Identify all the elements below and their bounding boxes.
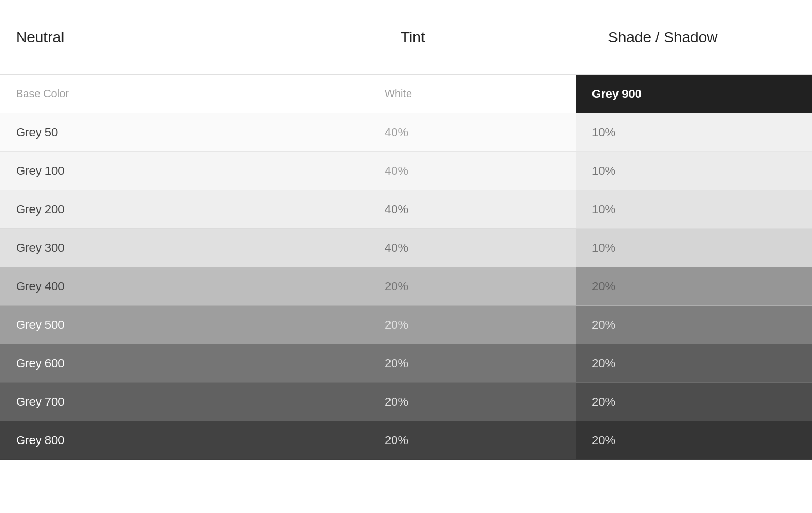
- table-row: Grey 500 20% 20%: [0, 306, 812, 344]
- page-header: Neutral Tint Shade / Shadow: [0, 0, 812, 75]
- base-shade-label: Grey 900: [576, 75, 812, 113]
- tint-value: 20%: [369, 267, 576, 305]
- shade-value: 20%: [576, 421, 812, 459]
- shade-value: 20%: [576, 306, 812, 344]
- base-neutral-label: Base Color: [0, 88, 369, 100]
- table-row: Grey 50 40% 10%: [0, 113, 812, 152]
- shade-value: 20%: [576, 383, 812, 421]
- shade-value: 20%: [576, 267, 812, 305]
- base-tint-label: White: [369, 88, 576, 100]
- table-row: Grey 700 20% 20%: [0, 383, 812, 421]
- header-shade: Shade / Shadow: [592, 29, 796, 46]
- shade-value: 10%: [576, 152, 812, 190]
- table-row: Grey 400 20% 20%: [0, 267, 812, 306]
- neutral-label: Grey 50: [0, 113, 369, 151]
- tint-value: 20%: [369, 344, 576, 382]
- table-row: Grey 800 20% 20%: [0, 421, 812, 460]
- tint-value: 40%: [369, 190, 576, 228]
- neutral-label: Grey 400: [0, 267, 369, 305]
- neutral-label: Grey 200: [0, 190, 369, 228]
- table-row: Grey 300 40% 10%: [0, 229, 812, 267]
- tint-value: 20%: [369, 383, 576, 421]
- base-color-row: Base Color White Grey 900: [0, 75, 812, 113]
- neutral-label: Grey 500: [0, 306, 369, 344]
- tint-value: 20%: [369, 306, 576, 344]
- tint-value: 20%: [369, 421, 576, 459]
- tint-value: 40%: [369, 113, 576, 151]
- table-row: Grey 600 20% 20%: [0, 344, 812, 383]
- table-row: Grey 100 40% 10%: [0, 152, 812, 190]
- neutral-label: Grey 300: [0, 229, 369, 267]
- table-row: Grey 200 40% 10%: [0, 190, 812, 229]
- shade-value: 10%: [576, 190, 812, 228]
- shade-value: 10%: [576, 113, 812, 151]
- neutral-label: Grey 700: [0, 383, 369, 421]
- neutral-label: Grey 100: [0, 152, 369, 190]
- header-neutral: Neutral: [16, 29, 385, 46]
- color-table: Base Color White Grey 900 Grey 50 40% 10…: [0, 75, 812, 460]
- shade-value: 20%: [576, 344, 812, 382]
- neutral-label: Grey 600: [0, 344, 369, 382]
- header-tint: Tint: [385, 29, 592, 46]
- shade-value: 10%: [576, 229, 812, 267]
- neutral-label: Grey 800: [0, 421, 369, 459]
- tint-value: 40%: [369, 152, 576, 190]
- tint-value: 40%: [369, 229, 576, 267]
